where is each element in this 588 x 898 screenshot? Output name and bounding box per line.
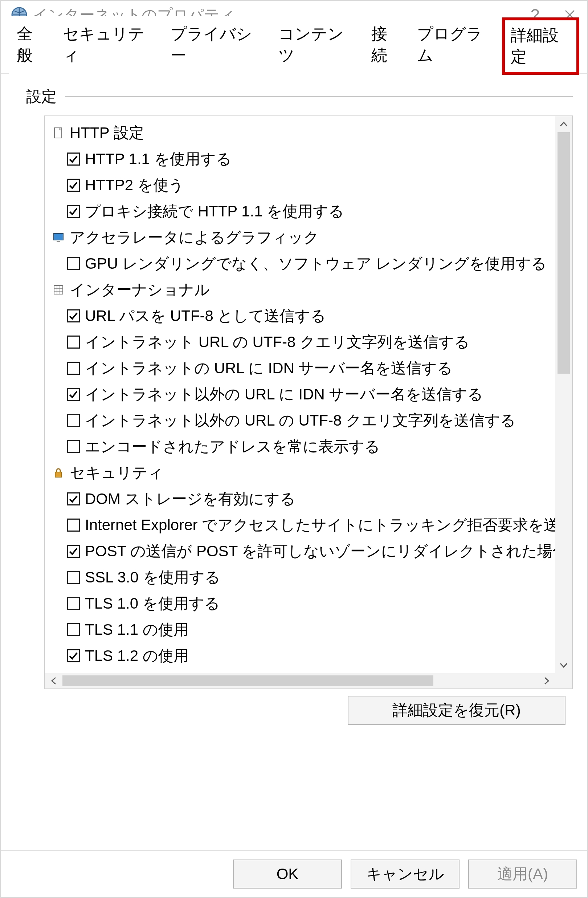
tree-checkbox-item[interactable]: イントラネット以外の URL の UTF-8 クエリ文字列を送信する [50, 407, 555, 434]
tree-checkbox-item[interactable]: イントラネット以外の URL に IDN サーバー名を送信する [50, 381, 555, 407]
tree-item-label: POST の送信が POST を許可しないゾーンにリダイレクトされた場合に警 [85, 541, 555, 561]
body-spacer [15, 725, 573, 850]
monitor-icon [52, 231, 64, 244]
checkbox[interactable] [67, 362, 80, 375]
checkbox[interactable] [67, 257, 80, 270]
settings-list-inner: HTTP 設定HTTP 1.1 を使用するHTTP2 を使うプロキシ接続で HT… [45, 116, 555, 673]
tab-3[interactable]: コンテンツ [270, 16, 363, 74]
group-title: 設定 [26, 86, 57, 107]
dialog-body: 設定 HTTP 設定HTTP 1.1 を使用するHTTP2 を使うプロキシ接続で… [1, 74, 587, 850]
scroll-down-button[interactable] [555, 657, 572, 673]
tree-checkbox-item[interactable]: HTTP2 を使う [50, 172, 555, 198]
checkbox[interactable] [67, 492, 80, 506]
tree-checkbox-item[interactable]: DOM ストレージを有効にする [50, 486, 555, 512]
tree-category: アクセラレータによるグラフィック [50, 224, 555, 251]
tree-category-label: HTTP 設定 [70, 123, 144, 143]
cancel-button[interactable]: キャンセル [351, 860, 459, 889]
checkbox[interactable] [67, 388, 80, 401]
svg-rect-4 [54, 285, 63, 294]
scroll-corner [555, 673, 572, 689]
checkbox[interactable] [67, 205, 80, 218]
restore-row: 詳細設定を復元(R) [15, 689, 573, 725]
tree-checkbox-item[interactable]: HTTP 1.1 を使用する [50, 146, 555, 172]
hscroll-thumb[interactable] [63, 675, 433, 686]
tree-item-label: TLS 1.2 の使用 [85, 646, 189, 666]
vertical-scrollbar[interactable] [555, 116, 572, 673]
page-icon [52, 127, 64, 139]
tree-item-label: URL パスを UTF-8 として送信する [85, 306, 326, 326]
scroll-left-button[interactable] [45, 673, 63, 689]
tree-checkbox-item[interactable]: イントラネットの URL に IDN サーバー名を送信する [50, 355, 555, 381]
tab-5[interactable]: プログラム [409, 16, 502, 74]
apply-button[interactable]: 適用(A) [468, 860, 577, 889]
checkbox[interactable] [67, 571, 80, 584]
checkbox[interactable] [67, 597, 80, 610]
group-header: 設定 [15, 86, 573, 112]
tree-checkbox-item[interactable]: TLS 1.3 を使用する (試験段階) [50, 669, 555, 673]
tree-item-label: SSL 3.0 を使用する [85, 567, 220, 587]
tree-checkbox-item[interactable]: プロキシ接続で HTTP 1.1 を使用する [50, 198, 555, 224]
tree-checkbox-item[interactable]: POST の送信が POST を許可しないゾーンにリダイレクトされた場合に警 [50, 538, 555, 564]
tree-category: セキュリティ [50, 460, 555, 486]
horizontal-scrollbar[interactable] [45, 673, 555, 689]
svg-rect-3 [57, 241, 60, 242]
tree-checkbox-item[interactable]: イントラネット URL の UTF-8 クエリ文字列を送信する [50, 329, 555, 355]
tab-1[interactable]: セキュリティ [55, 16, 163, 74]
lock-icon [52, 467, 64, 479]
vscroll-thumb[interactable] [557, 132, 570, 374]
checkbox[interactable] [67, 649, 80, 662]
checkbox[interactable] [67, 414, 80, 427]
svg-rect-5 [55, 472, 62, 477]
scroll-up-button[interactable] [555, 116, 572, 132]
ok-button[interactable]: OK [233, 860, 342, 889]
checkbox[interactable] [67, 518, 80, 532]
tab-bar: 全般セキュリティプライバシーコンテンツ接続プログラム詳細設定 [1, 29, 587, 74]
checkbox[interactable] [67, 309, 80, 323]
settings-list: HTTP 設定HTTP 1.1 を使用するHTTP2 を使うプロキシ接続で HT… [44, 115, 573, 689]
tree-checkbox-item[interactable]: URL パスを UTF-8 として送信する [50, 303, 555, 329]
tree-category: HTTP 設定 [50, 120, 555, 146]
tree-category-label: インターナショナル [70, 280, 210, 300]
tree-checkbox-item[interactable]: GPU レンダリングでなく、ソフトウェア レンダリングを使用する [50, 251, 555, 277]
tree-item-label: エンコードされたアドレスを常に表示する [85, 437, 380, 457]
scroll-right-button[interactable] [538, 673, 555, 689]
checkbox[interactable] [67, 335, 80, 349]
tree-item-label: プロキシ接続で HTTP 1.1 を使用する [85, 201, 344, 221]
checkbox[interactable] [67, 152, 80, 166]
tab-6[interactable]: 詳細設定 [502, 17, 579, 75]
tab-4[interactable]: 接続 [363, 16, 410, 74]
tab-0[interactable]: 全般 [9, 16, 55, 74]
tree-item-label: TLS 1.0 を使用する [85, 594, 220, 614]
tree-item-label: TLS 1.1 の使用 [85, 620, 189, 640]
tree-category: インターナショナル [50, 277, 555, 303]
vscroll-track[interactable] [555, 132, 572, 657]
tree-checkbox-item[interactable]: TLS 1.0 を使用する [50, 590, 555, 617]
checkbox[interactable] [67, 178, 80, 192]
dialog-footer: OK キャンセル 適用(A) [1, 850, 587, 897]
tab-2[interactable]: プライバシー [163, 16, 270, 74]
tree-item-label: イントラネット以外の URL に IDN サーバー名を送信する [85, 384, 483, 404]
tree-item-label: イントラネットの URL に IDN サーバー名を送信する [85, 358, 453, 378]
dialog-window: インターネットのプロパティ ? 全般セキュリティプライバシーコンテンツ接続プログ… [0, 0, 588, 898]
tree-item-label: GPU レンダリングでなく、ソフトウェア レンダリングを使用する [85, 254, 547, 274]
tree-category-label: セキュリティ [70, 463, 163, 483]
tree-item-label: HTTP2 を使う [85, 175, 184, 195]
checkbox[interactable] [67, 623, 80, 636]
grid-icon [52, 284, 64, 296]
tree-item-label: Internet Explorer でアクセスしたサイトにトラッキング拒否要求を… [85, 515, 555, 535]
svg-rect-2 [54, 234, 63, 240]
tree-checkbox-item[interactable]: Internet Explorer でアクセスしたサイトにトラッキング拒否要求を… [50, 512, 555, 538]
tree-category-label: アクセラレータによるグラフィック [70, 227, 319, 248]
hscroll-track[interactable] [63, 673, 538, 689]
tree-checkbox-item[interactable]: TLS 1.1 の使用 [50, 617, 555, 643]
checkbox[interactable] [67, 440, 80, 453]
tree-item-label: イントラネット以外の URL の UTF-8 クエリ文字列を送信する [85, 411, 516, 431]
tree-checkbox-item[interactable]: TLS 1.2 の使用 [50, 643, 555, 669]
tree-checkbox-item[interactable]: SSL 3.0 を使用する [50, 564, 555, 590]
tree-item-label: イントラネット URL の UTF-8 クエリ文字列を送信する [85, 332, 470, 352]
tree-item-label: HTTP 1.1 を使用する [85, 149, 232, 169]
group-header-line [65, 96, 573, 97]
restore-defaults-button[interactable]: 詳細設定を復元(R) [348, 696, 565, 725]
tree-checkbox-item[interactable]: エンコードされたアドレスを常に表示する [50, 434, 555, 460]
checkbox[interactable] [67, 545, 80, 558]
